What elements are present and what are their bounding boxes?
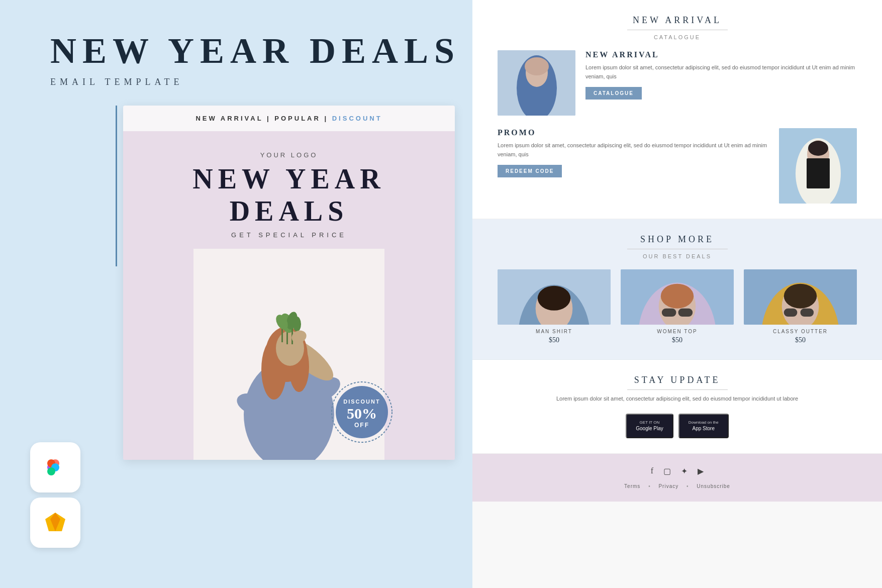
section-shop-more: SHOP MORE OUR BEST DEALS MAN SHIRT $50 (472, 219, 882, 360)
email-card: NEW ARRIVAL | POPULAR | DISCOUNT YOUR LO… (123, 106, 455, 460)
promo-title: PROMO (498, 128, 769, 137)
hero-image: DISCOUNT 50% OFF (193, 249, 384, 460)
shop-item-2-price: $50 (621, 336, 734, 344)
shop-item-1: MAN SHIRT $50 (498, 269, 611, 344)
promo-image (779, 128, 857, 204)
instagram-icon[interactable]: ▢ (663, 466, 671, 476)
shop-item-3-label: CLASSY OUTTER (744, 329, 857, 334)
shop-item-3-image (744, 269, 857, 325)
man-shirt-svg (498, 269, 611, 325)
promo-person-svg (779, 128, 857, 204)
svg-rect-54 (784, 309, 798, 317)
promo-content: PROMO Lorem ipsum dolor sit amet, consec… (498, 128, 857, 204)
figma-icon-box (30, 442, 80, 493)
svg-point-43 (538, 286, 570, 311)
stay-description: Lorem ipsum dolor sit amet, consectetur … (498, 394, 857, 404)
tagline: GET SPECIAL PRICE (138, 231, 440, 239)
svg-rect-48 (662, 309, 676, 317)
footer-links: Terms • Privacy • Unsubscribe (498, 483, 857, 489)
facebook-icon[interactable]: f (651, 466, 653, 476)
arrival-product-title: NEW ARRIVAL (585, 50, 857, 59)
svg-text:OFF: OFF (354, 422, 369, 429)
section-new-arrival: NEW ARRIVAL CATALOGUE NEW ARRIVAL Lorem … (472, 0, 882, 219)
sub-title: EMAIL TEMPLATE (50, 77, 472, 87)
women-top-svg (621, 269, 734, 325)
sketch-icon-box (30, 498, 80, 548)
shop-item-1-price: $50 (498, 336, 611, 344)
arrival-person-svg (498, 50, 575, 116)
svg-point-34 (525, 57, 549, 75)
shop-item-3: CLASSY OUTTER $50 (744, 269, 857, 344)
catalogue-button[interactable]: CATALOGUE (585, 87, 642, 100)
unsubscribe-link[interactable]: Unsubscribe (697, 483, 730, 489)
shop-grid: MAN SHIRT $50 WOMEN TOP $50 (498, 269, 857, 344)
left-panel: NEW YEAR DEALS EMAIL TEMPLATE NEW ARRIVA… (0, 0, 472, 588)
google-play-small: GET IT ON (640, 420, 660, 425)
svg-point-53 (784, 284, 817, 309)
shop-item-2-image (621, 269, 734, 325)
deals-title: NEW YEAR DEALS (138, 163, 440, 227)
svg-point-47 (661, 284, 694, 309)
logo-text: YOUR LOGO (138, 151, 440, 159)
section-stay-update: STAY UPDATE Lorem ipsum dolor sit amet, … (472, 360, 882, 454)
arrival-content: NEW ARRIVAL Lorem ipsum dolor sit amet, … (498, 50, 857, 116)
arrival-image (498, 50, 575, 116)
section1-line (627, 30, 728, 30)
social-icons: f ▢ ✦ ▶ (498, 466, 857, 476)
stay-title: STAY UPDATE (498, 375, 857, 385)
section1-subtitle: CATALOGUE (498, 34, 857, 40)
google-play-label: Google Play (636, 425, 663, 432)
promo-text: PROMO Lorem ipsum dolor sit amet, consec… (498, 128, 769, 177)
sketch-icon (43, 510, 68, 535)
footer: f ▢ ✦ ▶ Terms • Privacy • Unsubscribe (472, 454, 882, 502)
email-body: YOUR LOGO NEW YEAR DEALS GET SPECIAL PRI… (123, 131, 455, 460)
shop-item-1-label: MAN SHIRT (498, 329, 611, 334)
classy-outter-svg (744, 269, 857, 325)
email-nav: NEW ARRIVAL | POPULAR | DISCOUNT (123, 106, 455, 131)
redeem-button[interactable]: REDEEM CODE (498, 165, 562, 177)
nav-item-popular: POPULAR (274, 115, 321, 122)
right-panel: NEW ARRIVAL CATALOGUE NEW ARRIVAL Lorem … (472, 0, 882, 588)
app-store-button[interactable]: Download on the App Store (678, 414, 729, 438)
promo-description: Lorem ipsum dolor sit amet, consectetur … (498, 141, 769, 159)
privacy-link[interactable]: Privacy (658, 483, 678, 489)
nav-item-arrival: NEW ARRIVAL (195, 115, 263, 122)
discount-badge: DISCOUNT 50% OFF (329, 379, 395, 445)
twitter-icon[interactable]: ✦ (681, 466, 688, 476)
main-title: NEW YEAR DEALS (50, 30, 472, 72)
app-store-label: App Store (693, 425, 715, 432)
nav-item-discount: DISCOUNT (332, 115, 382, 122)
terms-link[interactable]: Terms (624, 483, 640, 489)
shop-item-1-image (498, 269, 611, 325)
svg-text:50%: 50% (347, 405, 377, 422)
shop-title: SHOP MORE (498, 234, 857, 245)
arrival-description: Lorem ipsum dolor sit amet, consectetur … (585, 63, 857, 81)
shop-item-3-price: $50 (744, 336, 857, 344)
svg-rect-55 (801, 309, 814, 317)
title-area: NEW YEAR DEALS EMAIL TEMPLATE (0, 0, 472, 103)
svg-point-17 (293, 317, 301, 332)
shop-line (627, 249, 728, 249)
nav-sep2: | (324, 115, 332, 122)
figma-icon (43, 455, 68, 480)
nav-sep1: | (267, 115, 274, 122)
svg-point-28 (47, 467, 55, 475)
svg-point-38 (808, 141, 828, 156)
app-icons (30, 442, 80, 548)
stay-line (627, 389, 728, 390)
vertical-line (116, 106, 117, 266)
svg-rect-49 (678, 309, 693, 317)
shop-subtitle: OUR BEST DEALS (498, 253, 857, 259)
google-play-button[interactable]: GET IT ON Google Play (626, 414, 673, 438)
app-store-buttons: GET IT ON Google Play Download on the Ap… (498, 414, 857, 438)
arrival-text: NEW ARRIVAL Lorem ipsum dolor sit amet, … (585, 50, 857, 100)
youtube-icon[interactable]: ▶ (698, 466, 704, 476)
svg-text:DISCOUNT: DISCOUNT (343, 399, 380, 405)
shop-item-2-label: WOMEN TOP (621, 329, 734, 334)
app-store-small: Download on the (689, 420, 719, 425)
shop-item-2: WOMEN TOP $50 (621, 269, 734, 344)
svg-rect-39 (807, 158, 830, 188)
section1-title: NEW ARRIVAL (498, 15, 857, 26)
